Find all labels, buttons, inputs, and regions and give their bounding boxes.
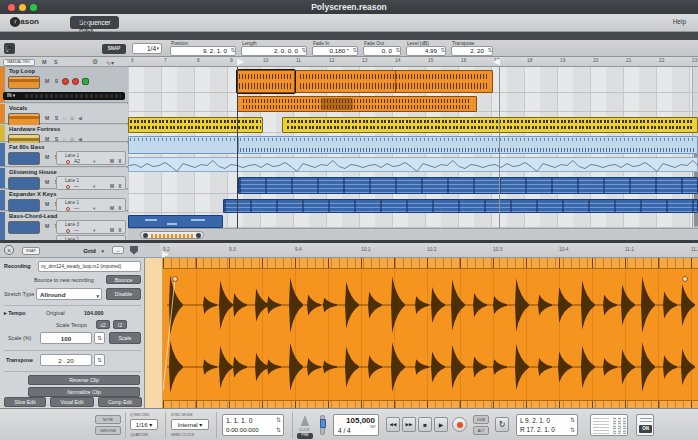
snap-value-dropdown[interactable]: 1/4▾: [132, 43, 162, 54]
h-zoom-icon[interactable]: ↔: [112, 246, 124, 254]
help-link[interactable]: Help: [673, 18, 686, 25]
sync-mode-dropdown[interactable]: Internal ▾: [171, 419, 209, 430]
automation-icon[interactable]: ⁙: [62, 136, 66, 142]
stepper-icon[interactable]: ⇅: [276, 416, 281, 423]
record-arm-icon[interactable]: [72, 78, 79, 85]
arrangement-clip[interactable]: [128, 215, 223, 228]
lane-record-icon[interactable]: [66, 160, 70, 164]
disable-button[interactable]: Disable: [106, 288, 141, 300]
stop-button[interactable]: ■: [418, 417, 432, 432]
hardware-fortress-lane[interactable]: [128, 114, 698, 133]
track-row-vocals[interactable]: VocalsM S⁙⊙◀: [0, 104, 128, 124]
chevron-down-icon[interactable]: ▾: [93, 159, 95, 164]
tap-label[interactable]: TAP: [369, 425, 376, 429]
transpose-field[interactable]: 2 . 20: [40, 354, 92, 366]
stepper-icon[interactable]: ⇅: [94, 354, 105, 366]
record-enable-icon[interactable]: [62, 78, 69, 85]
track-row-expander-x-keys[interactable]: Expander X KeysM SLane 1—▾M X: [0, 190, 128, 211]
glistening-house-lane[interactable]: [128, 154, 698, 172]
editor-ruler[interactable]: 9.29.39.410.110.210.310.411.111.2: [160, 243, 698, 258]
arrangement-clip[interactable]: [128, 136, 238, 154]
automation-icon[interactable]: ⁙: [62, 115, 66, 121]
stepper-icon[interactable]: ⇅: [94, 332, 105, 344]
chevron-down-icon[interactable]: ▾: [93, 206, 95, 211]
loop-locators-display[interactable]: L 9. 2. 1. 0R 17. 2. 1. 0⇅⇅: [516, 414, 578, 436]
hscroll-thumb[interactable]: [140, 231, 204, 239]
field-value[interactable]: 0.180 ″: [312, 46, 358, 56]
arrangement-clip[interactable]: [282, 117, 698, 133]
fade-handle-icon[interactable]: [683, 277, 688, 282]
lane-mute-delete[interactable]: M X: [110, 206, 123, 211]
stretch-type-dropdown[interactable]: Allround▾: [36, 288, 102, 300]
monitor-icon[interactable]: ◀: [78, 136, 82, 142]
lane-box[interactable]: Lane 1—▾M X: [56, 176, 126, 190]
dub-button[interactable]: DUB: [473, 415, 489, 424]
vocals-lane[interactable]: [128, 93, 698, 112]
loop-button[interactable]: ↻: [495, 417, 509, 432]
close-editor-icon[interactable]: ×: [4, 245, 14, 255]
arrangement-clip[interactable]: [128, 157, 698, 172]
stepper-icon[interactable]: ⇅: [301, 47, 306, 53]
waveform-edit-area[interactable]: [145, 258, 698, 411]
on-button[interactable]: ON: [639, 425, 652, 433]
bar-ruler[interactable]: 67891011121314151617181920212223: [128, 57, 698, 67]
scale-x2-button[interactable]: x2: [96, 320, 110, 329]
arrangement-clip[interactable]: [128, 117, 263, 133]
lane-record-icon[interactable]: [66, 207, 70, 211]
comp-edit-button[interactable]: Comp Edit: [98, 397, 142, 407]
arrangement-area[interactable]: 67891011121314151617181920212223: [128, 57, 698, 240]
alt-button[interactable]: ALT: [473, 426, 489, 435]
stepper-icon[interactable]: ⇅: [395, 47, 400, 53]
lane-mute-delete[interactable]: M X: [110, 159, 123, 164]
chevron-down-icon[interactable]: ▾: [93, 228, 95, 233]
song-position-display[interactable]: 1. 1. 1. 00:00:00:000⇅⇅: [222, 414, 284, 436]
arrangement-clip[interactable]: [237, 96, 477, 112]
slider-thumb[interactable]: [320, 419, 326, 428]
arrange-hscrollbar[interactable]: [128, 228, 698, 240]
shield-icon[interactable]: [130, 246, 138, 255]
stepper-icon[interactable]: ⇅: [230, 47, 235, 53]
slice-edit-button[interactable]: Slice Edit: [4, 397, 46, 407]
tempo-display[interactable]: 105,000TAP4 / 4: [333, 414, 379, 436]
track-row-fat-80s-bass[interactable]: Fat 80s BassM SLane 1A2▾M X: [0, 143, 128, 167]
normalize-clip-button[interactable]: Normalize Clip: [28, 387, 140, 397]
top-loop-lane[interactable]: [128, 67, 698, 93]
fat-80s-bass-lane[interactable]: [128, 133, 698, 154]
grid-size-dropdown[interactable]: Grid (1/16)▾: [46, 245, 104, 256]
field-value[interactable]: 2. 0. 0. 0: [241, 46, 307, 56]
field-value[interactable]: 9. 2. 1. 0: [170, 46, 236, 56]
fast-forward-button[interactable]: ▶▶: [402, 417, 416, 432]
track-row-hardware-fortress[interactable]: Hardware FortressM S⁙⊙◀: [0, 125, 128, 142]
scale-button[interactable]: Scale: [109, 332, 141, 344]
zoom-handle-left[interactable]: [143, 233, 148, 238]
scale-half-button[interactable]: /2: [113, 320, 127, 329]
chevron-down-icon[interactable]: ▾: [93, 184, 95, 189]
record-button[interactable]: [452, 417, 467, 432]
track-row-glistening-house[interactable]: Glistening HouseM SLane 1—▾M X: [0, 168, 128, 189]
pre-count-button[interactable]: PRE: [297, 433, 313, 439]
groove-mode-button[interactable]: GROOVE: [95, 426, 121, 435]
lane-mute-delete[interactable]: M X: [110, 184, 123, 189]
mute-solo-buttons[interactable]: M S: [45, 136, 60, 142]
bass-chord-lead-lane3[interactable]: [128, 196, 698, 213]
click-metronome-icon[interactable]: [300, 415, 310, 426]
lane-mute-delete[interactable]: M X: [110, 228, 123, 233]
record-enable-icon[interactable]: ⊙: [70, 136, 74, 142]
mute-solo-buttons[interactable]: M S: [45, 115, 60, 121]
track-row-top-loop[interactable]: Top LoopM SIN ▾: [0, 67, 128, 103]
play-button[interactable]: ▶: [434, 417, 448, 432]
editor-snap-button[interactable]: SNAP: [22, 247, 40, 255]
bass-chord-lead-lane1[interactable]: [128, 212, 698, 228]
lane-box[interactable]: Lane 1—▾M X: [56, 198, 126, 212]
automation-icon[interactable]: ∿▾: [106, 59, 114, 66]
stepper-icon[interactable]: ⇅: [440, 47, 445, 53]
left-locator-flag[interactable]: [237, 59, 244, 66]
arrangement-clip[interactable]: [295, 70, 493, 93]
arrangement-clip[interactable]: [223, 199, 698, 213]
lane-record-icon[interactable]: [66, 229, 70, 233]
speaker-tool-icon[interactable]: ◁: [4, 43, 15, 54]
zoom-handle-right[interactable]: [196, 233, 201, 238]
monitor-icon[interactable]: ◀: [78, 115, 82, 121]
stepper-icon[interactable]: ⇅: [570, 426, 575, 433]
manual-rec-button[interactable]: MANUAL REC: [3, 59, 35, 66]
